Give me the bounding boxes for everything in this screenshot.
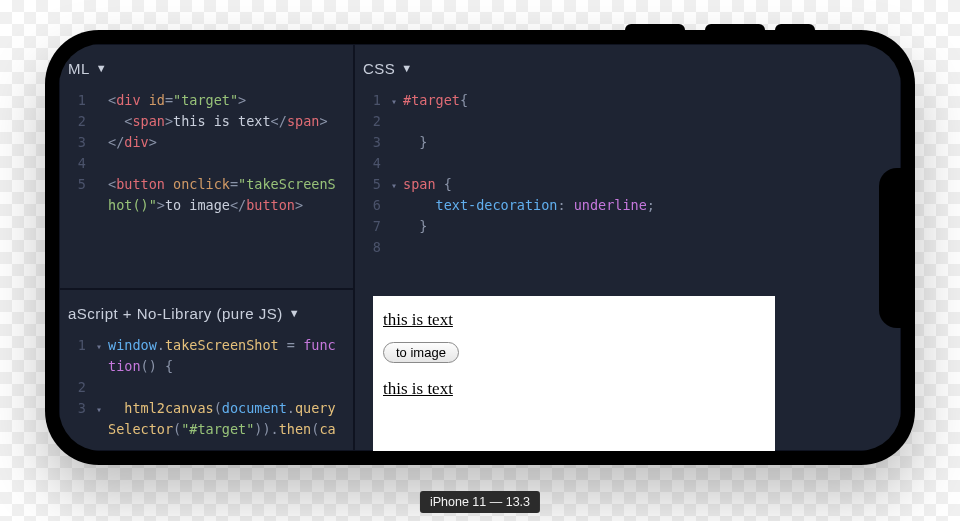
code-source: </div> bbox=[108, 132, 157, 153]
code-line[interactable]: 2 bbox=[355, 111, 900, 132]
code-line[interactable]: 1▾window.takeScreenShot = func bbox=[60, 335, 353, 356]
code-line[interactable]: 4 bbox=[355, 153, 900, 174]
gutter-line-number: 3 bbox=[355, 132, 391, 153]
gutter-line-number: 5 bbox=[60, 174, 96, 195]
to-image-button[interactable]: to image bbox=[383, 342, 459, 363]
gutter-line-number: 4 bbox=[60, 153, 96, 174]
code-source: } bbox=[403, 216, 427, 237]
code-line[interactable]: 2 <span>this is text</span> bbox=[60, 111, 353, 132]
device-mute-switch bbox=[775, 24, 815, 30]
gutter-line-number: 8 bbox=[355, 237, 391, 258]
preview-text-2: this is text bbox=[383, 379, 765, 399]
pane-html-title: ML bbox=[68, 57, 90, 80]
code-line[interactable]: Selector("#target")).then(ca bbox=[60, 419, 353, 440]
code-source: <button onclick="takeScreenS bbox=[108, 174, 336, 195]
code-line[interactable]: 8 bbox=[355, 237, 900, 258]
code-source: } bbox=[403, 132, 427, 153]
code-source: <div id="target"> bbox=[108, 90, 246, 111]
output-preview: this is text to image this is text bbox=[373, 296, 775, 451]
gutter-line-number: 7 bbox=[355, 216, 391, 237]
code-line[interactable]: 2 bbox=[60, 377, 353, 398]
code-source: Selector("#target")).then(ca bbox=[108, 419, 336, 440]
pane-html: ML ▼ 1<div id="target">2 <span>this is t… bbox=[59, 44, 354, 289]
pane-js: aScript + No-Library (pure JS) ▼ 1▾windo… bbox=[59, 289, 354, 451]
pane-js-header[interactable]: aScript + No-Library (pure JS) ▼ bbox=[60, 290, 353, 331]
code-source: <span>this is text</span> bbox=[108, 111, 328, 132]
device-volume-up bbox=[625, 24, 685, 30]
pane-css-title: CSS bbox=[363, 57, 395, 80]
code-line[interactable]: 1▾#target{ bbox=[355, 90, 900, 111]
gutter-line-number: 2 bbox=[60, 111, 96, 132]
code-line[interactable]: 7 } bbox=[355, 216, 900, 237]
pane-html-code[interactable]: 1<div id="target">2 <span>this is text</… bbox=[60, 86, 353, 226]
code-line[interactable]: hot()">to image</button> bbox=[60, 195, 353, 216]
code-line[interactable]: 1<div id="target"> bbox=[60, 90, 353, 111]
fold-icon[interactable]: ▾ bbox=[391, 178, 403, 194]
device-label: iPhone 11 — 13.3 bbox=[420, 491, 540, 513]
fold-icon[interactable]: ▾ bbox=[96, 402, 108, 418]
dropdown-icon: ▼ bbox=[401, 60, 412, 77]
dropdown-icon: ▼ bbox=[96, 60, 107, 77]
gutter-line-number: 1 bbox=[355, 90, 391, 111]
code-source: hot()">to image</button> bbox=[108, 195, 303, 216]
code-line[interactable]: 3▾ html2canvas(document.query bbox=[60, 398, 353, 419]
gutter-line-number: 5 bbox=[355, 174, 391, 195]
pane-js-title: aScript + No-Library (pure JS) bbox=[68, 302, 283, 325]
pane-js-code[interactable]: 1▾window.takeScreenShot = function() {23… bbox=[60, 331, 353, 450]
code-source: tion() { bbox=[108, 356, 173, 377]
gutter-line-number: 1 bbox=[60, 335, 96, 356]
fold-icon[interactable]: ▾ bbox=[391, 94, 403, 110]
fold-icon[interactable]: ▾ bbox=[96, 339, 108, 355]
pane-css-header[interactable]: CSS ▼ bbox=[355, 45, 900, 86]
pane-html-header[interactable]: ML ▼ bbox=[60, 45, 353, 86]
code-line[interactable]: 3 } bbox=[355, 132, 900, 153]
gutter-line-number: 4 bbox=[355, 153, 391, 174]
device-notch bbox=[879, 168, 901, 328]
preview-text-1: this is text bbox=[383, 310, 765, 330]
dropdown-icon: ▼ bbox=[289, 305, 300, 322]
device-frame: ML ▼ 1<div id="target">2 <span>this is t… bbox=[45, 30, 915, 465]
code-line[interactable]: 5▾span { bbox=[355, 174, 900, 195]
gutter-line-number: 1 bbox=[60, 90, 96, 111]
device-screen: ML ▼ 1<div id="target">2 <span>this is t… bbox=[59, 44, 901, 451]
gutter-line-number: 2 bbox=[355, 111, 391, 132]
code-line[interactable]: 3</div> bbox=[60, 132, 353, 153]
code-line[interactable]: tion() { bbox=[60, 356, 353, 377]
code-line[interactable]: 5<button onclick="takeScreenS bbox=[60, 174, 353, 195]
gutter-line-number: 2 bbox=[60, 377, 96, 398]
code-source: html2canvas(document.query bbox=[108, 398, 336, 419]
pane-css-code[interactable]: 1▾#target{23 }45▾span {6 text-decoration… bbox=[355, 86, 900, 267]
gutter-line-number: 6 bbox=[355, 195, 391, 216]
gutter-line-number: 3 bbox=[60, 132, 96, 153]
code-line[interactable]: 4 bbox=[60, 153, 353, 174]
code-source: text-decoration: underline; bbox=[403, 195, 655, 216]
code-line[interactable]: 6 text-decoration: underline; bbox=[355, 195, 900, 216]
code-source: span { bbox=[403, 174, 452, 195]
code-source: window.takeScreenShot = func bbox=[108, 335, 336, 356]
device-volume-down bbox=[705, 24, 765, 30]
code-source: #target{ bbox=[403, 90, 468, 111]
gutter-line-number: 3 bbox=[60, 398, 96, 419]
